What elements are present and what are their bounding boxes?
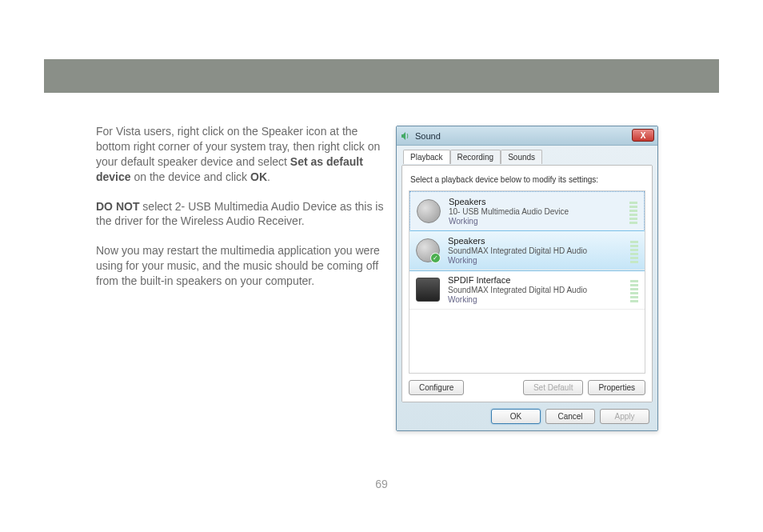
level-meter [630, 238, 638, 263]
device-desc: 10- USB Multimedia Audio Device [449, 207, 625, 216]
device-item-1[interactable]: ✓ Speakers SoundMAX Integrated Digital H… [409, 231, 645, 270]
tab-playback[interactable]: Playback [403, 150, 450, 164]
tab-content-playback: Select a playback device below to modify… [402, 165, 652, 402]
configure-button[interactable]: Configure [409, 380, 464, 395]
close-icon: X [641, 131, 646, 140]
instruction-label: Select a playback device below to modify… [410, 175, 645, 184]
speaker-device-icon: ✓ [416, 238, 440, 262]
dialog-footer: OK Cancel Apply [401, 402, 653, 426]
paragraph-3: Now you may restart the multimedia appli… [96, 243, 384, 289]
ok-button[interactable]: OK [491, 409, 541, 424]
tab-bar: Playback Recording Sounds [403, 150, 653, 164]
tab-recording[interactable]: Recording [450, 150, 501, 164]
device-name: Speakers [448, 236, 625, 246]
device-text: Speakers SoundMAX Integrated Digital HD … [448, 236, 625, 265]
device-list[interactable]: Speakers 10- USB Multimedia Audio Device… [409, 190, 645, 374]
device-status: Working [448, 295, 625, 304]
paragraph-1: For Vista users, right click on the Spea… [96, 124, 384, 185]
close-button[interactable]: X [632, 129, 654, 142]
dialog-body: Playback Recording Sounds Select a playb… [397, 146, 657, 430]
right-button-group: Set Default Properties [523, 380, 645, 395]
level-meter [630, 277, 638, 302]
instruction-text: For Vista users, right click on the Spea… [96, 124, 384, 303]
p1-text-b: on the device and click [131, 170, 250, 183]
set-default-button[interactable]: Set Default [523, 380, 583, 395]
header-bar [44, 59, 719, 93]
device-item-2[interactable]: SPDIF Interface SoundMAX Integrated Digi… [409, 270, 645, 310]
paragraph-2: DO NOT select 2- USB Multimedia Audio De… [96, 199, 384, 230]
device-text: SPDIF Interface SoundMAX Integrated Digi… [448, 275, 625, 304]
cancel-button[interactable]: Cancel [545, 409, 595, 424]
p1-bold-2: OK [250, 170, 267, 183]
device-text: Speakers 10- USB Multimedia Audio Device… [449, 197, 625, 226]
device-item-0[interactable]: Speakers 10- USB Multimedia Audio Device… [409, 191, 645, 231]
tab-panel: Select a playback device below to modify… [401, 165, 653, 402]
properties-button[interactable]: Properties [588, 380, 645, 395]
level-meter [629, 198, 637, 224]
p1-text-c: . [267, 170, 270, 183]
sound-dialog: Sound X Playback Recording Sounds Select… [396, 126, 658, 431]
p2-rest: select 2- USB Multimedia Audio Device as… [96, 200, 383, 228]
device-desc: SoundMAX Integrated Digital HD Audio [448, 246, 625, 255]
panel-button-row: Configure Set Default Properties [409, 380, 645, 395]
p2-bold: DO NOT [96, 200, 139, 213]
apply-button[interactable]: Apply [600, 409, 649, 424]
device-status: Working [448, 256, 625, 265]
device-desc: SoundMAX Integrated Digital HD Audio [448, 286, 625, 294]
speaker-icon [400, 130, 411, 142]
page-number: 69 [0, 478, 763, 490]
dialog-titlebar[interactable]: Sound X [397, 126, 657, 146]
default-check-icon: ✓ [430, 253, 441, 263]
device-status: Working [449, 217, 625, 226]
dialog-title: Sound [415, 131, 441, 141]
tab-sounds[interactable]: Sounds [501, 150, 542, 164]
device-name: Speakers [449, 197, 625, 206]
device-name: SPDIF Interface [448, 275, 625, 285]
spdif-device-icon [416, 278, 440, 302]
speaker-device-icon [417, 199, 441, 223]
